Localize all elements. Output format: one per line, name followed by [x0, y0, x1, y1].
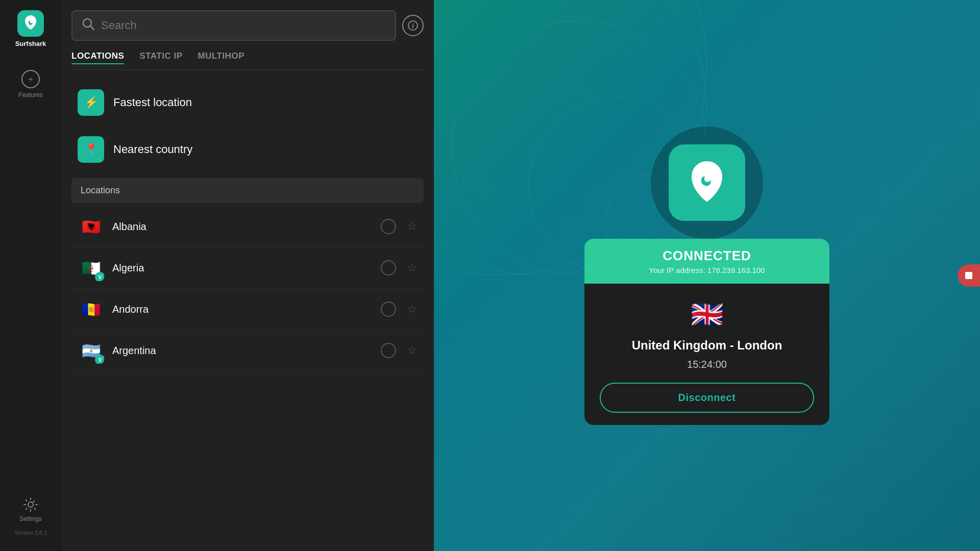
algeria-flag: 🇩🇿 V — [78, 255, 104, 281]
main-logo-circle — [651, 127, 763, 239]
search-input[interactable] — [101, 19, 386, 32]
list-item[interactable]: 🇦🇷 V Argentina ☆ — [71, 330, 424, 371]
disconnect-button[interactable]: Disconnect — [600, 383, 814, 413]
algeria-favorite-btn[interactable]: ☆ — [407, 261, 418, 274]
features-icon: ＋ — [21, 70, 40, 88]
svg-rect-5 — [965, 272, 972, 279]
version-label: Version 3.8.2 — [14, 530, 47, 536]
right-content: CONNECTED Your IP address: 178.239.163.1… — [584, 127, 829, 425]
app-name: Surfshark — [15, 40, 46, 47]
left-panel: i LOCATIONS STATIC IP MULTIHOP ⚡ Fastest… — [61, 0, 434, 551]
algeria-name: Algeria — [112, 262, 381, 274]
gear-icon — [23, 497, 38, 512]
connected-banner: CONNECTED Your IP address: 178.239.163.1… — [584, 239, 829, 284]
fastest-location-label: Fastest location — [113, 96, 192, 109]
andorra-actions: ☆ — [381, 302, 418, 317]
surfshark-logo-icon[interactable] — [17, 10, 44, 37]
features-label: Features — [18, 91, 42, 98]
argentina-flag: 🇦🇷 V — [78, 337, 104, 364]
fastest-location-option[interactable]: ⚡ Fastest location — [71, 81, 424, 124]
connection-location: United Kingdom - London — [632, 338, 782, 353]
tabs-bar: LOCATIONS STATIC IP MULTIHOP — [71, 51, 424, 70]
albania-connect-btn[interactable] — [381, 219, 396, 234]
sidebar-item-settings[interactable]: Settings Version 3.8.2 — [14, 497, 47, 541]
nearest-country-label: Nearest country — [113, 143, 192, 156]
svg-text:i: i — [412, 22, 414, 30]
record-button[interactable] — [958, 264, 980, 287]
connection-timer: 15:24:00 — [687, 359, 727, 370]
andorra-flag: 🇦🇩 — [78, 296, 104, 322]
nearest-country-option[interactable]: 📍 Nearest country — [71, 128, 424, 171]
fastest-icon: ⚡ — [78, 89, 104, 116]
right-panel: CONNECTED Your IP address: 178.239.163.1… — [434, 0, 980, 551]
algeria-connect-btn[interactable] — [381, 260, 396, 276]
list-item[interactable]: 🇦🇩 Andorra ☆ — [71, 289, 424, 330]
albania-actions: ☆ — [381, 219, 418, 234]
ip-address: 178.239.163.100 — [707, 266, 765, 274]
sidebar: Surfshark ＋ Features Settings Version 3.… — [0, 0, 61, 551]
virtual-badge: V — [95, 272, 104, 281]
albania-favorite-btn[interactable]: ☆ — [407, 220, 418, 233]
virtual-badge: V — [95, 355, 104, 364]
surfshark-s-logo — [684, 157, 730, 208]
locations-header: Locations — [71, 178, 424, 203]
connected-details: 🇬🇧 United Kingdom - London 15:24:00 Disc… — [584, 284, 829, 425]
algeria-actions: ☆ — [381, 260, 418, 276]
main-logo — [669, 144, 745, 221]
search-icon — [82, 17, 95, 34]
svg-point-0 — [28, 502, 33, 507]
country-flag: 🇬🇧 — [691, 299, 724, 330]
svg-line-2 — [90, 26, 94, 30]
argentina-connect-btn[interactable] — [381, 343, 396, 358]
search-bar-container: i — [71, 10, 424, 41]
record-icon — [964, 270, 974, 281]
ip-label: Your IP address: — [649, 266, 705, 274]
albania-name: Albania — [112, 221, 381, 233]
argentina-name: Argentina — [112, 345, 381, 357]
andorra-favorite-btn[interactable]: ☆ — [407, 303, 418, 316]
tab-locations[interactable]: LOCATIONS — [71, 51, 124, 64]
list-item[interactable]: 🇩🇿 V Algeria ☆ — [71, 247, 424, 289]
search-bar[interactable] — [71, 10, 396, 41]
info-button[interactable]: i — [402, 15, 424, 36]
andorra-connect-btn[interactable] — [381, 302, 396, 317]
andorra-name: Andorra — [112, 304, 381, 315]
albania-flag: 🇦🇱 — [78, 213, 104, 240]
tab-multihop[interactable]: MULTIHOP — [198, 51, 245, 64]
sidebar-item-features[interactable]: ＋ Features — [0, 63, 61, 106]
argentina-actions: ☆ — [381, 343, 418, 358]
connected-ip-info: Your IP address: 178.239.163.100 — [600, 266, 814, 274]
argentina-favorite-btn[interactable]: ☆ — [407, 344, 418, 357]
locations-header-text: Locations — [81, 185, 120, 195]
connected-card: CONNECTED Your IP address: 178.239.163.1… — [584, 239, 829, 425]
connected-status: CONNECTED — [600, 248, 814, 264]
sidebar-logo: Surfshark — [15, 10, 46, 47]
settings-label: Settings — [19, 515, 41, 522]
tab-static-ip[interactable]: STATIC IP — [139, 51, 182, 64]
nearest-icon: 📍 — [78, 136, 104, 163]
list-item[interactable]: 🇦🇱 Albania ☆ — [71, 206, 424, 247]
